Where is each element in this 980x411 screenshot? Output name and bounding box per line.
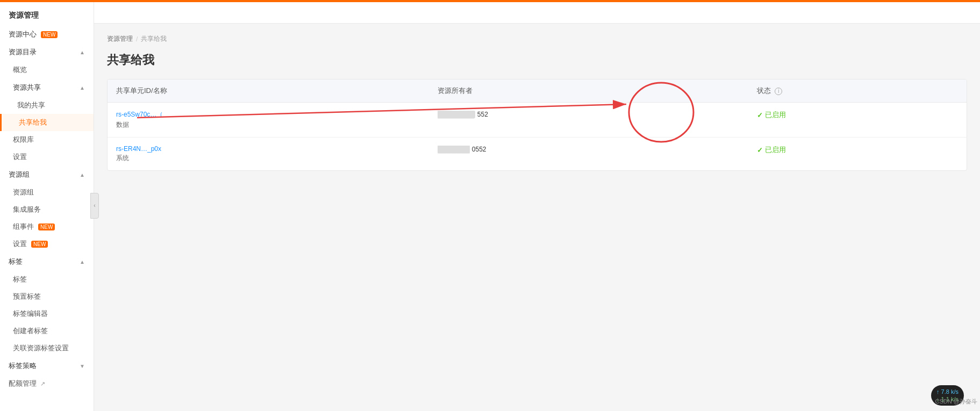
- permissions-label: 权限库: [13, 135, 34, 145]
- chevron-up-icon: ▲: [80, 49, 85, 55]
- csdn-watermark: CSDN @孙奋斗: [935, 398, 977, 406]
- cell-owner-0: ████████ 552: [429, 103, 748, 138]
- status-info-icon[interactable]: i: [775, 88, 782, 95]
- settings-group-label: 设置: [13, 239, 27, 249]
- resource-center-badge: NEW: [41, 31, 58, 38]
- sidebar-item-resource-group[interactable]: 资源组: [0, 184, 94, 201]
- table-row: rs-ER4N…_p0x 系统 ███████ 0552 ✓ 已启用: [108, 138, 967, 171]
- topbar: [94, 2, 980, 24]
- owner-suffix-1: 0552: [472, 146, 487, 153]
- cell-id-1: rs-ER4N…_p0x 系统: [108, 138, 429, 171]
- collapse-icon: ‹: [94, 203, 95, 208]
- page-title: 共享给我: [107, 52, 967, 68]
- my-share-label: 我的共享: [17, 100, 45, 110]
- cell-status-1: ✓ 已启用: [748, 138, 967, 171]
- breadcrumb-resource-mgmt[interactable]: 资源管理: [107, 34, 133, 44]
- status-text-0: 已启用: [765, 110, 786, 120]
- sidebar-section-resource-catalog[interactable]: 资源目录 ▲: [0, 43, 94, 61]
- breadcrumb-current: 共享给我: [141, 34, 167, 44]
- status-enabled-0: ✓ 已启用: [757, 110, 958, 120]
- sidebar-item-settings-catalog[interactable]: 设置: [0, 148, 94, 165]
- resource-share-label: 资源共享: [13, 83, 41, 92]
- integration-service-label: 集成服务: [13, 205, 41, 214]
- network-up: ↑ 7.8 k/s: [936, 388, 958, 395]
- sidebar-item-resource-center[interactable]: 资源中心 NEW: [0, 26, 94, 43]
- associate-tags-label: 关联资源标签设置: [13, 343, 69, 353]
- sidebar-title: 资源管理: [0, 2, 94, 26]
- resource-center-label: 资源中心: [9, 30, 37, 39]
- sidebar-item-group-event[interactable]: 组事件 NEW: [0, 218, 94, 235]
- table-row: rs-e5Sw70c…（ 数据 ████████ 552 ✓ 已启用: [108, 103, 967, 138]
- breadcrumb-separator: /: [136, 35, 138, 43]
- tag-policy-chevron: ▼: [80, 363, 85, 369]
- col-header-status: 状态 i: [748, 80, 967, 103]
- tags-label: 标签: [13, 275, 27, 284]
- shared-to-me-table: 共享单元ID/名称 资源所有者 状态 i rs-e5: [108, 80, 967, 170]
- check-icon-0: ✓: [757, 111, 763, 119]
- tag-policy-label: 标签策略: [9, 361, 37, 371]
- group-event-badge: NEW: [38, 223, 55, 230]
- sidebar-item-integration-service[interactable]: 集成服务: [0, 201, 94, 218]
- collapse-sidebar-button[interactable]: ‹: [90, 193, 99, 219]
- cell-owner-1: ███████ 0552: [429, 138, 748, 171]
- sidebar-section-tag-policy[interactable]: 标签策略 ▼: [0, 357, 94, 375]
- owner-suffix-0: 552: [477, 111, 488, 118]
- sidebar-item-tag-editor[interactable]: 标签编辑器: [0, 305, 94, 322]
- resource-id-0: rs-e5Sw70c…（: [116, 110, 420, 119]
- owner-blurred-0: ████████: [438, 111, 475, 118]
- resource-catalog-label: 资源目录: [9, 47, 37, 57]
- table-wrap: 共享单元ID/名称 资源所有者 状态 i rs-e5: [107, 79, 967, 171]
- settings-catalog-label: 设置: [13, 152, 27, 162]
- sidebar-item-permissions[interactable]: 权限库: [0, 131, 94, 148]
- sidebar-item-tags[interactable]: 标签: [0, 271, 94, 288]
- cell-id-0: rs-e5Sw70c…（ 数据: [108, 103, 429, 138]
- tag-editor-label: 标签编辑器: [13, 309, 48, 319]
- resource-name-1: 系统: [116, 154, 420, 163]
- resource-group-section-label: 资源组: [9, 170, 30, 179]
- tags-chevron: ▲: [80, 259, 85, 265]
- sidebar-item-overview[interactable]: 概览: [0, 61, 94, 78]
- creator-tags-label: 创建者标签: [13, 326, 48, 336]
- sidebar-item-settings-group[interactable]: 设置 NEW: [0, 235, 94, 253]
- top-strip: [0, 0, 980, 2]
- shared-to-me-label: 共享给我: [19, 118, 47, 127]
- sidebar-item-my-share[interactable]: 我的共享: [0, 97, 94, 114]
- settings-group-badge: NEW: [31, 241, 48, 248]
- resource-group-label: 资源组: [13, 188, 34, 197]
- group-event-label: 组事件: [13, 222, 34, 232]
- col-header-owner: 资源所有者: [429, 80, 748, 103]
- col-header-id: 共享单元ID/名称: [108, 80, 429, 103]
- resource-share-chevron: ▲: [80, 85, 85, 91]
- sidebar-item-creator-tags[interactable]: 创建者标签: [0, 322, 94, 340]
- sidebar-item-shared-to-me[interactable]: 共享给我: [0, 114, 94, 131]
- external-link-icon: ↗: [40, 380, 45, 387]
- resource-name-0: 数据: [116, 120, 420, 129]
- sidebar-item-quota-mgmt[interactable]: 配额管理 ↗: [0, 375, 94, 392]
- sidebar-section-resource-share[interactable]: 资源共享 ▲: [0, 78, 94, 97]
- cell-status-0: ✓ 已启用: [748, 103, 967, 138]
- sidebar-section-tags[interactable]: 标签 ▲: [0, 253, 94, 271]
- status-text-1: 已启用: [765, 145, 786, 155]
- tags-section-label: 标签: [9, 257, 23, 266]
- sidebar-item-associate-tags[interactable]: 关联资源标签设置: [0, 340, 94, 357]
- resource-group-chevron: ▲: [80, 172, 85, 178]
- status-enabled-1: ✓ 已启用: [757, 145, 958, 155]
- sidebar-item-preset-tags[interactable]: 预置标签: [0, 288, 94, 305]
- breadcrumb: 资源管理 / 共享给我: [107, 34, 967, 44]
- sidebar: 资源管理 资源中心 NEW 资源目录 ▲ 概览 资源共享 ▲ 我的共享 共享给我…: [0, 2, 94, 411]
- quota-mgmt-label: 配额管理: [9, 379, 37, 388]
- main-content: 资源管理 / 共享给我 共享给我 共享单元ID/名称 资源所有者: [94, 24, 980, 411]
- overview-label: 概览: [13, 65, 27, 75]
- table-header-row: 共享单元ID/名称 资源所有者 状态 i: [108, 80, 967, 103]
- resource-id-1: rs-ER4N…_p0x: [116, 145, 420, 153]
- sidebar-section-resource-group[interactable]: 资源组 ▲: [0, 165, 94, 184]
- preset-tags-label: 预置标签: [13, 292, 41, 301]
- owner-blurred-1: ███████: [438, 146, 470, 153]
- check-icon-1: ✓: [757, 146, 763, 154]
